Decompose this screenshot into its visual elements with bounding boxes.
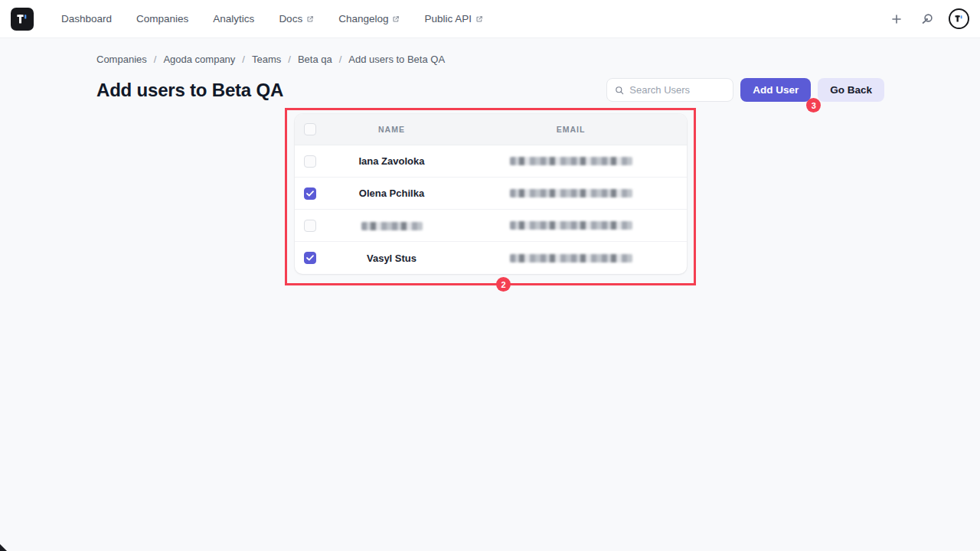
nav-menu: Dashboard Companies Analytics Docs Cha <box>49 7 495 31</box>
add-plus-icon[interactable] <box>887 10 906 28</box>
table-row <box>295 210 687 242</box>
add-user-button[interactable]: Add User 3 <box>740 78 811 102</box>
redacted-email <box>510 189 632 197</box>
add-user-label: Add User <box>753 84 799 96</box>
user-name: Iana Zavoloka <box>328 155 455 167</box>
table-header-row: NAME EMAIL <box>295 114 687 145</box>
nav-item-label: Changelog <box>338 13 388 24</box>
page-content: Companies/Agoda company/Teams/Beta qa/Ad… <box>96 54 884 308</box>
external-link-icon <box>392 15 400 23</box>
cursor-artifact <box>0 544 7 551</box>
user-email <box>455 254 687 262</box>
breadcrumb-separator: / <box>339 54 342 65</box>
user-name <box>328 220 455 231</box>
avatar-t-icon <box>953 13 965 24</box>
nav-item-label: Docs <box>279 13 302 24</box>
breadcrumb-item[interactable]: Add users to Beta QA <box>348 54 445 65</box>
redacted-name <box>361 222 423 230</box>
user-email <box>455 221 687 230</box>
row-checkbox[interactable] <box>304 155 316 168</box>
nav-item[interactable]: Docs <box>266 7 326 31</box>
redacted-email <box>510 221 632 230</box>
user-name: Vasyl Stus <box>328 253 455 264</box>
account-avatar[interactable] <box>949 8 969 29</box>
search-icon <box>615 85 624 96</box>
redacted-email <box>510 157 632 165</box>
breadcrumb-item[interactable]: Companies <box>96 54 147 65</box>
breadcrumb: Companies/Agoda company/Teams/Beta qa/Ad… <box>96 54 884 65</box>
annotation-badge-2: 2 <box>496 277 511 292</box>
external-link-icon <box>475 15 483 23</box>
go-back-button[interactable]: Go Back <box>818 78 884 102</box>
breadcrumb-separator: / <box>242 54 245 65</box>
breadcrumb-separator: / <box>154 54 157 65</box>
nav-item-label: Analytics <box>213 13 254 24</box>
breadcrumb-item[interactable]: Teams <box>252 54 281 65</box>
top-navbar: Dashboard Companies Analytics Docs Cha <box>0 0 980 38</box>
select-all-checkbox[interactable] <box>304 123 316 135</box>
user-name: Olena Pchilka <box>328 187 455 199</box>
user-email <box>455 157 687 165</box>
brand-t-icon <box>15 11 30 27</box>
search-users-input[interactable] <box>629 84 725 96</box>
quick-search-icon[interactable] <box>918 10 936 28</box>
row-checkbox[interactable] <box>304 252 316 264</box>
toolbar: Add User 3 Go Back <box>606 78 884 102</box>
redacted-email <box>510 254 632 262</box>
nav-item-label: Companies <box>136 13 188 24</box>
navbar-right-actions <box>887 8 969 29</box>
table-row: Olena Pchilka <box>295 178 687 210</box>
nav-item-label: Dashboard <box>61 13 112 24</box>
table-body: Iana Zavoloka Olena Pchilka <box>295 145 687 274</box>
column-header-name: NAME <box>328 125 455 134</box>
nav-item[interactable]: Changelog <box>326 7 412 31</box>
nav-item[interactable]: Companies <box>124 7 201 31</box>
table-zone: NAME EMAIL Iana Zavoloka <box>96 102 884 308</box>
users-table: NAME EMAIL Iana Zavoloka <box>295 114 687 274</box>
user-email <box>455 189 687 197</box>
breadcrumb-separator: / <box>288 54 291 65</box>
external-link-icon <box>306 15 314 23</box>
brand-logo[interactable] <box>11 8 34 31</box>
page-title: Add users to Beta QA <box>96 80 283 101</box>
row-checkbox[interactable] <box>304 187 316 200</box>
breadcrumb-item[interactable]: Beta qa <box>298 54 332 65</box>
nav-item[interactable]: Dashboard <box>49 7 124 31</box>
nav-item[interactable]: Public API <box>412 7 495 31</box>
search-box[interactable] <box>606 78 733 102</box>
page-header: Add users to Beta QA Add User 3 Go Back <box>96 78 884 102</box>
nav-item[interactable]: Analytics <box>201 7 266 31</box>
table-row: Iana Zavoloka <box>295 145 687 178</box>
row-checkbox[interactable] <box>304 220 316 232</box>
nav-item-label: Public API <box>424 13 472 24</box>
table-row: Vasyl Stus <box>295 242 687 274</box>
breadcrumb-item[interactable]: Agoda company <box>163 54 235 65</box>
column-header-email: EMAIL <box>455 125 687 134</box>
